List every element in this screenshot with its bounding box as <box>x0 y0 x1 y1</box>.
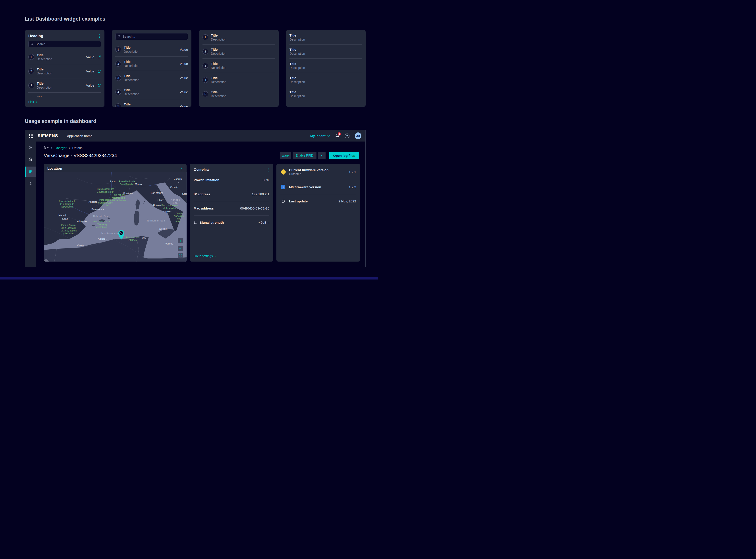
zoom-in-button[interactable]: + <box>178 238 183 243</box>
sidebar-item-home[interactable] <box>28 157 33 162</box>
list-item[interactable]: 1 Title Description <box>203 30 275 44</box>
row-value: 2 Nov, 2022 <box>338 199 356 203</box>
row-label: Signal strength <box>199 221 224 224</box>
list-item[interactable]: Title Description <box>289 30 362 44</box>
kebab-menu-icon[interactable] <box>98 33 101 39</box>
list-item-clipped[interactable]: 4 Title Description Value <box>28 92 101 97</box>
page-title-row: VersiCharge - VSSS234293847234 ware Enab… <box>36 150 365 159</box>
ev-charger-icon <box>28 170 33 174</box>
page-actions: ware Enable RFID Open log files <box>280 152 359 159</box>
search-input[interactable] <box>115 33 188 40</box>
list-item[interactable]: 1 Title Description Value <box>28 50 101 64</box>
kebab-menu-icon[interactable] <box>267 167 269 173</box>
item-description: Description <box>37 86 84 89</box>
go-to-settings-link[interactable]: Go to settings› <box>194 254 216 258</box>
item-title: Title <box>37 67 84 71</box>
list-item[interactable]: 2 Title Description Value <box>28 64 101 78</box>
list-item[interactable]: 5 Title Description <box>203 87 275 101</box>
item-description: Description <box>211 38 275 41</box>
kebab-menu-icon[interactable] <box>181 166 183 172</box>
item-number-badge: 5 <box>203 91 208 97</box>
row-label: IP address <box>194 192 210 196</box>
row-value: 192.168.2.1 <box>252 192 269 196</box>
item-title: Title <box>37 95 90 97</box>
list-item[interactable]: 3 Title Description Value <box>115 71 188 85</box>
firmware-row: i M0 firmware version 1.2.3 <box>280 180 356 194</box>
app-switcher-icon[interactable] <box>29 134 33 138</box>
help-icon[interactable]: ? <box>345 134 350 138</box>
list-item[interactable]: Title Description <box>289 59 362 73</box>
tenant-selector[interactable]: MyTenant <box>310 134 330 138</box>
list-item[interactable]: 3 Title Description <box>203 59 275 73</box>
chevron-right-icon: › <box>51 146 52 150</box>
item-number-badge: 4 <box>115 89 121 95</box>
item-title: Title <box>124 45 177 50</box>
sidebar-item-charger-active[interactable] <box>25 166 36 177</box>
open-log-files-button[interactable]: Open log files <box>329 152 359 159</box>
location-card: Location <box>44 164 187 262</box>
clipped-firmware-button[interactable]: ware <box>280 152 291 159</box>
item-number-badge: 1 <box>28 54 34 60</box>
breadcrumb-charger-link[interactable]: Charger <box>55 146 67 150</box>
search-icon <box>30 42 34 46</box>
widget-list: 1 Title Description 2 Title Description … <box>203 30 275 107</box>
list-item[interactable]: 4 Title Description <box>203 73 275 87</box>
map-canvas <box>44 172 187 262</box>
external-link-icon[interactable] <box>97 84 101 87</box>
enable-rfid-button[interactable]: Enable RFID <box>292 152 316 159</box>
search-input[interactable] <box>28 41 101 47</box>
item-title: Title <box>211 90 275 94</box>
list-item[interactable]: 2 Title Description <box>203 44 275 59</box>
app-window: SIEMENS Application name MyTenant 1 ? JD <box>25 130 365 267</box>
bottom-bar <box>0 276 378 280</box>
external-link-icon[interactable] <box>97 70 101 73</box>
sidebar-item-user[interactable] <box>28 182 33 186</box>
list-item[interactable]: Title Description <box>289 87 362 101</box>
zoom-out-button[interactable]: − <box>178 246 183 251</box>
row-label: Last update <box>289 199 308 203</box>
chevron-down-icon <box>327 135 330 137</box>
sidebar-expand-button[interactable] <box>28 146 32 150</box>
list-item[interactable]: 1 Title Description Value <box>115 42 188 57</box>
row-label: Current firmware version <box>289 168 328 172</box>
item-title: Title <box>124 88 177 92</box>
launchpad-icon[interactable] <box>44 146 49 150</box>
list-item[interactable]: 3 Title Description Value <box>28 78 101 92</box>
map-controls: + − <box>178 238 183 259</box>
item-title: Title <box>124 102 177 106</box>
widget-list: 1 Title Description Value 2 Title Descri… <box>28 50 101 97</box>
app-header-bar: SIEMENS Application name MyTenant 1 ? JD <box>25 130 365 141</box>
overview-row: Mac address 00-B0-D0-63-C2-26 <box>194 201 269 215</box>
list-item[interactable]: Title Description <box>289 44 362 59</box>
row-value: 80% <box>263 178 269 182</box>
item-number-badge: 3 <box>203 63 208 69</box>
notification-badge: 1 <box>338 132 341 136</box>
avatar[interactable]: JD <box>355 132 361 139</box>
widget-link[interactable]: Link› <box>28 100 37 104</box>
sidebar <box>25 141 36 267</box>
item-description: Description <box>289 52 362 55</box>
list-item-clipped[interactable]: 5 Title Description Value <box>115 99 188 107</box>
list-item[interactable]: 4 Title Description Value <box>115 85 188 99</box>
warning-icon: ! <box>280 169 286 175</box>
map[interactable]: LyonParco Nazionale Gran ParadisoMilanZa… <box>44 172 187 262</box>
fullscreen-button[interactable] <box>178 253 183 259</box>
row-sublabel: Outdated <box>289 172 328 176</box>
chevron-right-icon: › <box>69 146 70 150</box>
double-chevron-right-icon <box>28 146 32 150</box>
item-value: Value <box>180 90 188 94</box>
list-item[interactable]: 2 Title Description Value <box>115 57 188 71</box>
list-item[interactable]: Title Description <box>289 73 362 87</box>
refresh-icon <box>281 199 285 204</box>
kebab-menu-icon <box>321 153 323 158</box>
list-widget-card-full: Heading 1 Title Description Value 2 Titl… <box>25 30 104 107</box>
chevron-right-icon: › <box>36 100 37 104</box>
notifications-button[interactable]: 1 <box>335 134 339 138</box>
overview-row: Power limitation 80% <box>194 173 269 187</box>
item-value: Value <box>86 84 94 87</box>
external-link-icon[interactable] <box>97 55 101 59</box>
overview-card: Overview Power limitation 80% IP address… <box>190 164 273 262</box>
more-actions-button[interactable] <box>318 152 326 159</box>
item-title: Title <box>289 90 362 94</box>
item-description: Description <box>124 78 177 82</box>
